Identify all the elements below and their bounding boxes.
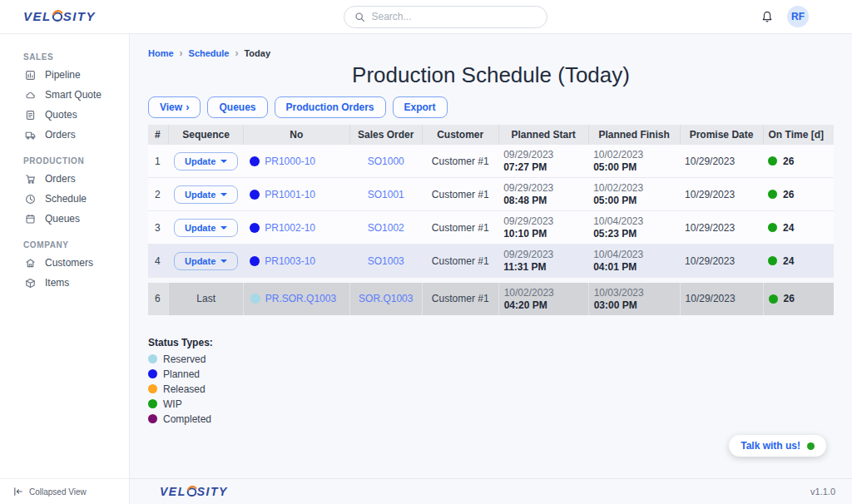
col-planned-finish: Planned Finish xyxy=(588,125,680,145)
sidebar-item-production-orders[interactable]: Orders xyxy=(0,169,129,189)
released-dot xyxy=(148,384,157,393)
sidebar-item-items[interactable]: Items xyxy=(0,273,129,293)
caret-down-icon xyxy=(220,160,227,163)
promise-date-cell: 10/29/2023 xyxy=(680,245,763,278)
table-row: 2 Update PR1001-10 SO1001 Customer #1 09… xyxy=(148,178,834,211)
footer: Collapsed View VELSITY v1.1.0 xyxy=(0,478,852,504)
table-row-selected: 4 Update PR1003-10 SO1003 Customer #1 09… xyxy=(148,245,834,278)
on-time-dot xyxy=(768,190,777,199)
promise-date-cell: 10/29/2023 xyxy=(680,145,763,178)
customer-cell: Customer #1 xyxy=(422,178,498,211)
view-button[interactable]: View› xyxy=(148,96,201,118)
legend-item-planned: Planned xyxy=(148,368,834,380)
legend-item-completed: Completed xyxy=(148,413,834,425)
sidebar-item-queues[interactable]: Queues xyxy=(0,209,129,229)
building-icon xyxy=(25,258,36,269)
logo-text-pre: VEL xyxy=(23,9,52,23)
document-icon xyxy=(25,110,36,121)
status-dot-planned xyxy=(250,223,260,233)
production-order-link[interactable]: PR1001-10 xyxy=(265,189,315,200)
production-order-link[interactable]: PR1002-10 xyxy=(265,222,315,234)
export-button[interactable]: Export xyxy=(393,96,448,118)
user-avatar[interactable]: RF xyxy=(787,6,809,27)
collapse-left-icon xyxy=(13,487,23,496)
velosity-logo: VELSITY xyxy=(23,9,96,24)
production-order-link[interactable]: PR1000-10 xyxy=(265,156,315,167)
sidebar-item-customers[interactable]: Customers xyxy=(0,253,129,273)
sidebar-item-sales-orders[interactable]: Orders xyxy=(0,125,129,145)
top-header: VELSITY RF xyxy=(0,0,852,34)
planned-start-date: 09/29/2023 xyxy=(503,249,583,260)
reserved-dot xyxy=(148,354,157,363)
logo-text-post: SITY xyxy=(63,9,96,23)
caret-down-icon xyxy=(220,259,227,263)
col-planned-start: Planned Start xyxy=(498,125,588,145)
pipeline-icon xyxy=(25,70,36,81)
sales-order-link[interactable]: SO1000 xyxy=(368,156,404,167)
sidebar-section-company: COMPANY xyxy=(0,240,129,253)
planned-finish-date: 10/04/2023 xyxy=(593,215,675,227)
planned-start-time: 11:31 PM xyxy=(503,261,583,273)
planned-start-time: 04:20 PM xyxy=(504,299,583,311)
planned-start-date: 09/29/2023 xyxy=(503,149,583,161)
search-icon xyxy=(354,12,365,22)
col-on-time: On Time [d] xyxy=(763,125,834,145)
legend-title: Status Types: xyxy=(148,337,834,348)
sidebar-item-quotes[interactable]: Quotes xyxy=(0,105,129,125)
update-button[interactable]: Update xyxy=(174,252,238,270)
on-time-value: 24 xyxy=(783,255,794,267)
clock-icon xyxy=(25,194,36,205)
completed-dot xyxy=(148,414,157,423)
queues-button[interactable]: Queues xyxy=(207,96,267,118)
table-header-row: # Sequence No Sales Order Customer Plann… xyxy=(148,125,834,145)
sales-order-link[interactable]: SOR.Q1003 xyxy=(359,293,413,304)
collapse-sidebar-button[interactable]: Collapsed View xyxy=(0,478,130,504)
planned-finish-time: 05:00 PM xyxy=(593,161,675,173)
update-button[interactable]: Update xyxy=(174,219,238,237)
chat-button[interactable]: Talk with us! xyxy=(729,435,826,457)
production-order-link[interactable]: PR1003-10 xyxy=(265,255,315,267)
production-order-link[interactable]: PR.SOR.Q1003 xyxy=(265,293,336,304)
planned-start-date: 10/02/2023 xyxy=(504,287,583,299)
table-row-last: 6 Last PR.SOR.Q1003 SOR.Q1003 Customer #… xyxy=(148,283,834,315)
col-sales-order: Sales Order xyxy=(349,125,422,145)
logo-o-icon xyxy=(186,485,198,497)
planned-start-time: 10:10 PM xyxy=(503,228,583,240)
breadcrumb-separator: › xyxy=(235,47,238,59)
notification-bell-icon[interactable] xyxy=(760,10,774,23)
truck-icon xyxy=(25,130,36,141)
sidebar-item-pipeline[interactable]: Pipeline xyxy=(0,65,129,85)
production-schedule-table: # Sequence No Sales Order Customer Plann… xyxy=(148,125,834,315)
global-search[interactable] xyxy=(344,6,547,28)
row-number: 4 xyxy=(148,245,169,278)
breadcrumb-schedule[interactable]: Schedule xyxy=(189,48,230,58)
breadcrumb-home[interactable]: Home xyxy=(148,48,174,58)
sales-order-link[interactable]: SO1003 xyxy=(368,255,404,267)
sales-order-link[interactable]: SO1002 xyxy=(368,222,404,234)
customer-cell: Customer #1 xyxy=(422,245,498,278)
promise-date-cell: 10/29/2023 xyxy=(680,178,763,211)
sidebar-item-smart-quote[interactable]: Smart Quote xyxy=(0,85,129,105)
update-button[interactable]: Update xyxy=(174,152,238,170)
on-time-dot xyxy=(768,223,777,232)
on-time-value: 26 xyxy=(783,156,794,167)
page-title: Production Schedule (Today) xyxy=(148,62,834,88)
planned-start-date: 09/29/2023 xyxy=(503,215,583,227)
planned-finish-date: 10/04/2023 xyxy=(593,249,675,260)
search-input[interactable] xyxy=(372,11,537,22)
update-button[interactable]: Update xyxy=(174,185,238,204)
customer-cell: Customer #1 xyxy=(422,211,498,245)
production-orders-button[interactable]: Production Orders xyxy=(275,96,386,118)
calendar-icon xyxy=(25,214,36,225)
status-dot-reserved xyxy=(250,294,260,304)
status-dot-planned xyxy=(250,256,260,266)
table-row: 1 Update PR1000-10 SO1000 Customer #1 09… xyxy=(148,145,834,178)
planned-finish-time: 03:00 PM xyxy=(594,299,675,311)
toolbar: View› Queues Production Orders Export xyxy=(148,96,834,118)
sales-order-link[interactable]: SO1001 xyxy=(368,189,404,200)
sidebar-item-schedule[interactable]: Schedule xyxy=(0,189,129,209)
row-number: 6 xyxy=(148,283,169,315)
row-number: 3 xyxy=(148,211,169,245)
planned-finish-date: 10/02/2023 xyxy=(593,149,675,161)
sidebar-section-sales: SALES xyxy=(0,52,129,65)
